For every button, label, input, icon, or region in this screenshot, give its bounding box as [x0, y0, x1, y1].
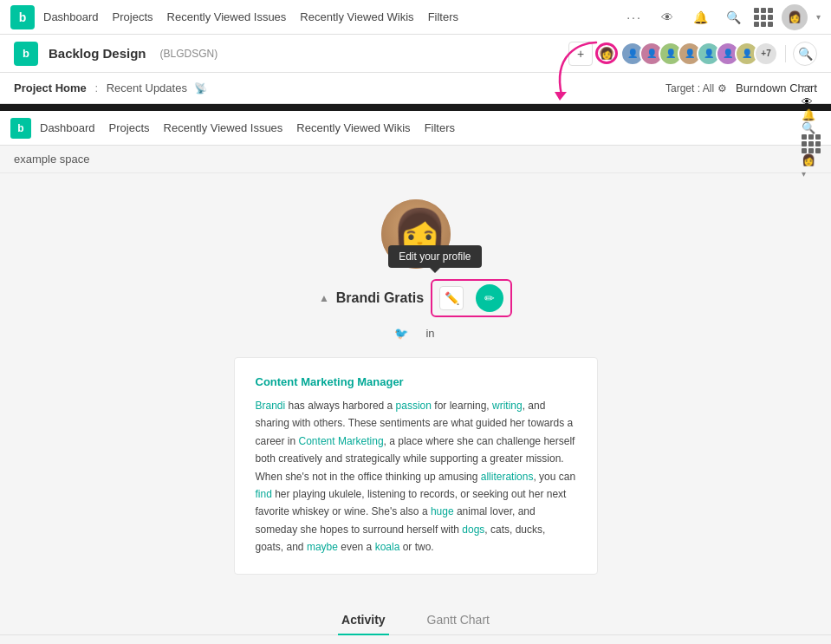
nav-projects[interactable]: Projects	[113, 10, 153, 23]
second-nav-links: Dashboard Projects Recently Viewed Issue…	[40, 121, 802, 134]
nav2-filters[interactable]: Filters	[425, 121, 455, 134]
nav-dashboard[interactable]: Dashboard	[43, 10, 99, 23]
bio-job-title: Content Marketing Manager	[256, 375, 576, 388]
breadcrumb: Project Home : Recent Updates	[14, 81, 187, 94]
breadcrumb-home: Project Home	[14, 81, 87, 94]
profile-name: Brandi Gratis	[336, 290, 424, 306]
twitter-icon[interactable]: 🐦	[391, 322, 412, 343]
avatar-dropdown-icon[interactable]: ▾	[816, 12, 821, 22]
second-nav-right: ··· 👁 🔔 🔍 👩 ▾	[802, 77, 821, 179]
second-nav-avatar[interactable]: 👩	[802, 153, 821, 166]
activity-section: Sun Apr. 09, 2017 👩 Brandi Gratis update…	[0, 635, 831, 644]
bio-card: Content Marketing Manager Brandi has alw…	[234, 357, 598, 575]
bell-icon[interactable]: 🔔	[688, 5, 712, 29]
sub-header: Project Home : Recent Updates 📡 Target :…	[0, 73, 831, 104]
top-nav-right: ··· 👁 🔔 🔍 👩 ▾	[622, 4, 821, 30]
project-search-icon[interactable]: 🔍	[793, 42, 817, 66]
top-nav-links: Dashboard Projects Recently Viewed Issue…	[43, 10, 622, 23]
filter-icon[interactable]: ⚙	[717, 82, 727, 94]
second-nav-search-icon[interactable]: 🔍	[802, 121, 821, 134]
eye-icon[interactable]: 👁	[655, 5, 679, 29]
tab-activity[interactable]: Activity	[338, 606, 389, 635]
main-content: ▲ Brandi Gratis ✏️ Edit your profile ✏ 🐦…	[0, 173, 831, 644]
grid-icon[interactable]	[754, 8, 773, 27]
linkedin-icon[interactable]: in	[420, 322, 441, 343]
breadcrumb-recent-updates: Recent Updates	[107, 81, 187, 94]
profile-name-row: ▲ Brandi Gratis ✏️ Edit your profile ✏	[319, 279, 512, 317]
second-nav-logo[interactable]: b	[10, 118, 31, 139]
profile-caret-icon: ▲	[319, 292, 329, 304]
edit-profile-tooltip: Edit your profile	[388, 245, 481, 268]
second-nav-more-icon[interactable]: ···	[802, 77, 821, 95]
second-nav: b Dashboard Projects Recently Viewed Iss…	[0, 111, 831, 146]
social-links: 🐦 in	[391, 322, 441, 343]
avatar-stack: 👤 👤 👤 👤 👤 👤 👤 +7	[620, 42, 778, 66]
nav2-dashboard[interactable]: Dashboard	[40, 121, 95, 134]
edit-profile-green-button[interactable]: ✏	[476, 284, 503, 312]
feed-icon: 📡	[194, 82, 207, 94]
add-button[interactable]: +	[568, 42, 593, 66]
profile-section: ▲ Brandi Gratis ✏️ Edit your profile ✏ 🐦…	[0, 173, 831, 592]
second-nav-eye-icon[interactable]: 👁	[802, 95, 821, 108]
target-filter[interactable]: Target : All ⚙	[665, 82, 727, 94]
dark-bar	[0, 104, 831, 111]
nav2-recently-viewed-issues[interactable]: Recently Viewed Issues	[164, 121, 283, 134]
search-icon[interactable]: 🔍	[721, 5, 745, 29]
top-nav: b Dashboard Projects Recently Viewed Iss…	[0, 0, 831, 35]
project-logo: b	[14, 42, 38, 66]
tabs-row: Activity Gantt Chart	[0, 592, 831, 635]
divider	[785, 45, 786, 62]
highlighted-avatar[interactable]: 👩	[600, 47, 614, 60]
project-key: (BLGDSGN)	[160, 48, 218, 60]
project-header: b Backlog Design (BLGDSGN) + 👩 👤 👤 👤 👤 👤…	[0, 35, 831, 73]
edit-profile-highlight: ✏️ Edit your profile ✏	[431, 279, 512, 317]
nav2-recently-viewed-wikis[interactable]: Recently Viewed Wikis	[296, 121, 410, 134]
project-header-right: + 👩 👤 👤 👤 👤 👤 👤 👤 +7 🔍	[568, 42, 817, 66]
second-nav-dropdown-icon[interactable]: ▾	[802, 169, 806, 179]
breadcrumb-separator: :	[94, 81, 98, 94]
space-label: example space	[0, 146, 831, 173]
second-nav-bell-icon[interactable]: 🔔	[802, 108, 821, 121]
app-logo[interactable]: b	[10, 5, 35, 29]
avatar-count[interactable]: +7	[754, 42, 778, 66]
nav-recently-viewed-wikis[interactable]: Recently Viewed Wikis	[300, 10, 413, 23]
user-avatar[interactable]: 👩	[782, 4, 808, 30]
bio-text: Brandi has always harbored a passion for…	[256, 397, 576, 556]
nav-filters[interactable]: Filters	[428, 10, 458, 23]
nav-recently-viewed-issues[interactable]: Recently Viewed Issues	[167, 10, 287, 23]
edit-profile-button[interactable]: ✏️ Edit your profile	[439, 286, 464, 310]
tab-gantt-chart[interactable]: Gantt Chart	[424, 606, 493, 635]
second-nav-grid-icon[interactable]	[802, 134, 821, 153]
project-title: Backlog Design	[49, 46, 146, 61]
more-options-icon[interactable]: ···	[622, 5, 646, 29]
sub-header-right: Target : All ⚙ Burndown Chart	[665, 81, 817, 94]
nav2-projects[interactable]: Projects	[109, 121, 150, 134]
